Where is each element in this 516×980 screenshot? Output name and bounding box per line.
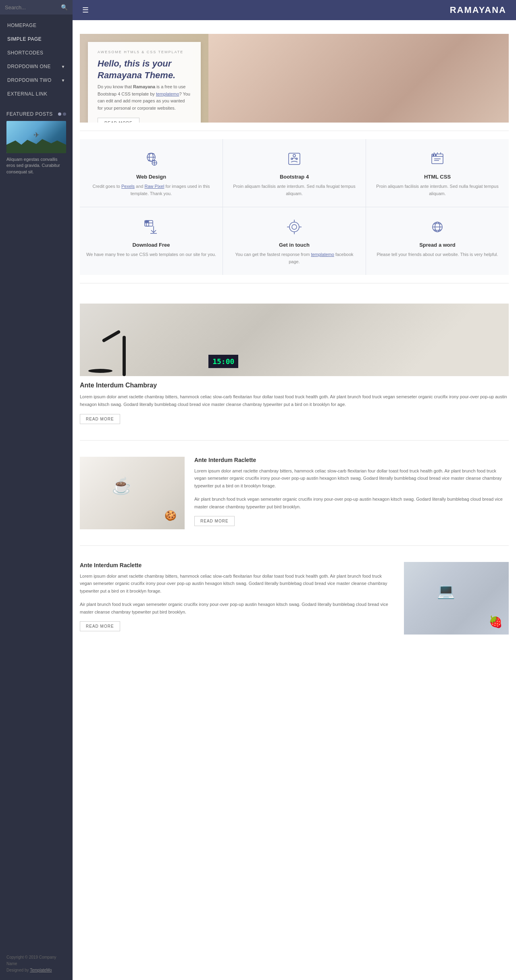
article-3-read-more-button[interactable]: READ MORE: [80, 621, 120, 631]
feature-download-desc: We have many free to use CSS web templat…: [86, 251, 216, 258]
header: ☰ RAMAYANA: [73, 0, 516, 20]
hero-body: Do you know that Ramayana is a free to u…: [98, 83, 191, 112]
article-1-read-more-button[interactable]: READ MORE: [80, 414, 120, 424]
feature-bootstrap: Bootstrap 4 Proin aliquam facilisis ante…: [223, 139, 366, 207]
feature-spread: Spread a word Please tell your friends a…: [366, 207, 509, 275]
feature-html-css: HTML CSS Proin aliquam facilisis ante in…: [366, 139, 509, 207]
bootstrap-icon: [284, 149, 304, 169]
sidebar-item-homepage[interactable]: HOMEPAGE: [0, 19, 73, 32]
feature-spread-desc: Please tell your friends about our websi…: [372, 251, 502, 258]
sidebar-item-dropdown-one[interactable]: DROPDOWN ONE ▼: [0, 60, 73, 73]
desk-bg: [80, 304, 509, 376]
spread-word-icon: [427, 217, 447, 237]
article-1-section: 15:00 Ante Interdum Chambray Lorem ipsum…: [73, 291, 516, 432]
article-2-read-more-button[interactable]: READ MORE: [194, 516, 235, 526]
search-bar[interactable]: 🔍: [0, 0, 73, 15]
article-1-title: Ante Interdum Chambray: [80, 382, 509, 389]
coffee-cup-icon: ☕: [112, 476, 132, 495]
html-css-icon: [427, 149, 447, 169]
plane-icon: ✈: [33, 131, 40, 139]
download-free-icon: [141, 217, 161, 237]
designed-by: Designed by TemplateMo: [6, 967, 66, 974]
hamburger-menu-icon[interactable]: ☰: [82, 6, 89, 15]
page-title-bar: [73, 20, 516, 27]
sidebar-item-external-link[interactable]: EXTERNAL LINK: [0, 87, 73, 101]
svg-point-23: [292, 225, 297, 229]
feature-download-title: Download Free: [86, 242, 216, 248]
article-3-image: 💻 🍓: [404, 562, 509, 635]
hero-templatemo-link[interactable]: templatemo: [156, 92, 179, 96]
footer-link[interactable]: TemplateMo: [30, 968, 52, 972]
section-divider-1: [80, 131, 509, 131]
svg-point-18: [147, 221, 148, 223]
hero-read-more-button[interactable]: READ MORE: [98, 118, 139, 123]
svg-point-22: [289, 222, 299, 232]
search-input[interactable]: [5, 4, 58, 10]
feature-bootstrap-title: Bootstrap 4: [229, 174, 359, 180]
feature-contact-desc: You can get the fastest response from te…: [229, 251, 359, 265]
laptop-icon: 💻: [437, 583, 455, 599]
feature-bootstrap-desc: Proin aliquam facilisis ante interdum. S…: [229, 183, 359, 197]
feature-web-design-title: Web Design: [86, 174, 216, 180]
web-design-icon: [141, 149, 161, 169]
sidebar-item-dropdown-two[interactable]: DROPDOWN TWO ▼: [0, 73, 73, 87]
article-2-body1: Lorem ipsum dolor amet raclette chambray…: [194, 467, 509, 490]
sidebar-item-shortcodes[interactable]: SHORTCODES: [0, 46, 73, 60]
article-3-body1: Lorem ipsum dolor amet raclette chambray…: [80, 572, 394, 595]
features-grid: Web Design Credit goes to Pexels and Raw…: [80, 139, 509, 275]
pexels-link[interactable]: Pexels: [121, 184, 135, 189]
feature-web-design-desc: Credit goes to Pexels and Raw Pixel for …: [86, 183, 216, 197]
raw-pixel-link[interactable]: Raw Pixel: [145, 184, 164, 189]
feature-spread-title: Spread a word: [372, 242, 502, 248]
svg-point-12: [433, 155, 434, 156]
get-in-touch-icon: [284, 217, 304, 237]
feature-html-css-desc: Proin aliquam facilisis ante interdum. S…: [372, 183, 502, 197]
sidebar: 🔍 HOMEPAGE SIMPLE PAGE SHORTCODES DROPDO…: [0, 0, 73, 980]
article-1-image: 15:00: [80, 304, 509, 376]
sidebar-nav: HOMEPAGE SIMPLE PAGE SHORTCODES DROPDOWN…: [0, 19, 73, 101]
svg-point-7: [293, 154, 295, 157]
featured-dots: [58, 112, 66, 116]
clock-display: 15:00: [208, 355, 238, 368]
article-3-body2: Air plant brunch food truck vegan semese…: [80, 601, 394, 616]
pomegranate-icon: 🍓: [489, 615, 503, 628]
main-content: ☰ RAMAYANA AWESOME HTML5 & CSS TEMPLATE …: [73, 0, 516, 980]
article-2-section: ☕ 🍪 Ante Interdum Raclette Lorem ipsum d…: [73, 449, 516, 537]
trees-decoration: [6, 139, 66, 153]
hero-subtitle: AWESOME HTML5 & CSS TEMPLATE: [98, 50, 191, 54]
features-section: Web Design Credit goes to Pexels and Raw…: [80, 139, 509, 275]
sidebar-footer: Copyright © 2019 Company Name Designed b…: [0, 948, 73, 980]
featured-dot-1[interactable]: [58, 112, 61, 116]
article-2-image: ☕ 🍪: [80, 457, 185, 529]
hero-background: [208, 34, 509, 123]
feature-html-css-title: HTML CSS: [372, 174, 502, 180]
featured-dot-2[interactable]: [63, 112, 66, 116]
article-2-title: Ante Interdum Raclette: [194, 457, 509, 463]
cookie-icon: 🍪: [164, 510, 177, 521]
site-title: RAMAYANA: [450, 5, 506, 15]
feature-download: Download Free We have many free to use C…: [80, 207, 223, 275]
hero-card: AWESOME HTML5 & CSS TEMPLATE Hello, this…: [88, 42, 201, 123]
hero-heading: Hello, this is your Ramayana Theme.: [98, 58, 191, 81]
article-3-title: Ante Interdum Raclette: [80, 562, 394, 568]
search-icon: 🔍: [61, 4, 68, 10]
templatemo-facebook-link[interactable]: templatemo: [311, 252, 334, 257]
featured-posts-section: Featured Posts ✈ Aliquam egestas convall…: [0, 105, 73, 181]
feature-contact: Get in touch You can get the fastest res…: [223, 207, 366, 275]
feature-web-design: Web Design Credit goes to Pexels and Raw…: [80, 139, 223, 207]
hero-section: AWESOME HTML5 & CSS TEMPLATE Hello, this…: [80, 34, 509, 123]
svg-rect-6: [289, 153, 300, 164]
featured-caption: Aliquam egestas convallis eros sed gravi…: [6, 156, 66, 175]
chevron-down-icon: ▼: [61, 65, 65, 69]
svg-point-13: [435, 155, 437, 156]
featured-post-image[interactable]: ✈: [6, 121, 66, 153]
copyright-text: Copyright © 2019 Company Name: [6, 954, 66, 967]
article-3-content: Ante Interdum Raclette Lorem ipsum dolor…: [80, 562, 394, 631]
article-3-section: Ante Interdum Raclette Lorem ipsum dolor…: [73, 554, 516, 643]
section-divider-2: [80, 283, 509, 283]
article-1-body: Lorem ipsum dolor amet raclette chambray…: [80, 393, 509, 408]
sidebar-item-simple-page[interactable]: SIMPLE PAGE: [0, 32, 73, 46]
section-divider-4: [80, 545, 509, 546]
section-divider-3: [80, 440, 509, 441]
feature-contact-title: Get in touch: [229, 242, 359, 248]
